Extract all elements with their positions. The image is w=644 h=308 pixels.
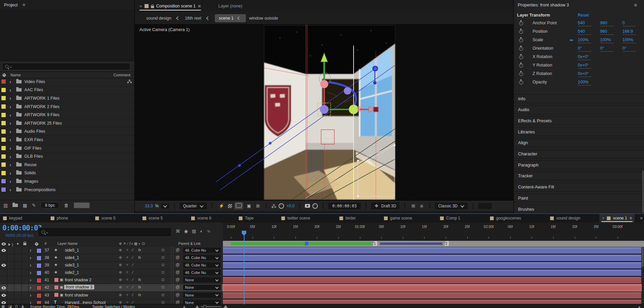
panel-section-libraries[interactable]: Libraries [514, 127, 644, 136]
3d-layer-switch-icon[interactable]: ⊡ [161, 263, 164, 267]
timeline-tab-label[interactable]: birder [345, 216, 356, 221]
close-icon[interactable]: × [602, 216, 604, 221]
layer-name[interactable]: front shadow 2 [65, 278, 92, 282]
label-chip[interactable] [1, 187, 6, 192]
project-item[interactable]: ›AAC Files [0, 86, 134, 95]
expand-chevron-icon[interactable]: › [9, 129, 15, 134]
label-column-icon[interactable] [33, 242, 40, 246]
lock-toggle[interactable] [21, 269, 29, 276]
stopwatch-icon[interactable] [519, 21, 523, 25]
solo-column-icon[interactable]: ● [14, 241, 21, 246]
property-value[interactable]: 0° [622, 46, 636, 52]
panel-section-tracker[interactable]: Tracker [514, 172, 644, 180]
stopwatch-icon[interactable] [519, 55, 523, 59]
breadcrumb-item-active[interactable]: scene 1 [215, 14, 246, 22]
switches-column-icons[interactable]: ⊕ ☀ ∕ ƒx ▦ ◐ ⊡ [119, 241, 145, 246]
timeline-search-input[interactable] [38, 227, 172, 237]
tab-composition-label[interactable]: Composition scene 1 [156, 4, 196, 8]
mask-visibility-icon[interactable] [234, 202, 243, 209]
solo-toggle[interactable] [14, 262, 22, 269]
audio-toggle[interactable] [7, 262, 15, 269]
color-swatch[interactable] [74, 202, 90, 208]
layer-track-row-37[interactable] [223, 247, 644, 254]
column-parent-link[interactable]: Parent & Link [178, 241, 201, 246]
project-item[interactable]: ›ARTWORK 25 Files [0, 119, 134, 128]
renderer-dropdown[interactable]: Classic 3D [435, 203, 468, 209]
work-area-keyframe[interactable] [305, 242, 308, 246]
column-layer-name[interactable]: Layer Name [57, 241, 78, 246]
expand-chevron-icon[interactable]: › [9, 95, 15, 101]
column-name[interactable]: Name [10, 73, 68, 77]
project-item[interactable]: ›Images [0, 177, 134, 186]
timeline-tab-Comp-1[interactable]: Comp 1 [440, 214, 460, 223]
audio-toggle[interactable] [7, 269, 15, 276]
expand-chevron-icon[interactable]: › [9, 87, 15, 93]
layer-row-40[interactable]: ›40★side2_1⊕☀∕⊡@48. Cube Nu [0, 269, 223, 277]
stopwatch-icon[interactable] [519, 72, 523, 76]
audio-toggle[interactable] [7, 284, 15, 291]
show-snapshot-icon[interactable] [312, 203, 318, 209]
property-value[interactable]: 0° [578, 46, 591, 52]
layer-row-41[interactable]: ›41▣front shadow 2⊕☀∕fx⊡@None [0, 277, 223, 284]
label-chip[interactable] [1, 87, 6, 93]
label-chip[interactable] [1, 154, 6, 159]
breadcrumb-item[interactable]: sound design [146, 16, 171, 21]
property-value[interactable]: 960 [600, 29, 614, 35]
zoom-slider-knob[interactable] [203, 305, 207, 308]
expand-chevron-icon[interactable]: › [30, 292, 31, 298]
guides-icon[interactable]: ⊞ [255, 203, 261, 208]
shy-layers-icon[interactable]: ◉ [184, 229, 188, 234]
timeline-tab-birder[interactable]: birder [339, 214, 356, 223]
parent-link-dropdown[interactable]: 48. Cube Nu [183, 248, 221, 253]
expand-chevron-icon[interactable]: › [9, 162, 15, 168]
3d-layer-switch-icon[interactable]: ⊡ [161, 278, 164, 282]
rasterize-switch-icon[interactable]: ☀ [126, 270, 129, 275]
project-item[interactable]: ›EXR Files [0, 136, 134, 144]
label-chip[interactable] [1, 112, 6, 118]
parent-link-dropdown[interactable]: 48. Cube Nu [183, 255, 221, 260]
expand-chevron-icon[interactable]: › [30, 262, 31, 268]
layer-duration-bar[interactable] [223, 284, 641, 291]
tab-overflow-icon[interactable]: » [640, 215, 643, 221]
reset-link[interactable]: Reset [578, 13, 589, 18]
project-item[interactable]: ›ARTWORK 9 Files [0, 111, 134, 119]
layer-name[interactable]: front shadow [65, 293, 88, 298]
panel-section-content-aware-fill[interactable]: Content-Aware Fill [514, 183, 644, 191]
breadcrumb-item[interactable]: window outside [249, 16, 278, 21]
property-value[interactable]: 100% [578, 80, 591, 85]
label-chip[interactable] [36, 271, 42, 276]
label-chip[interactable] [36, 248, 42, 253]
project-item[interactable]: ›GLB Files [0, 152, 134, 161]
zoom-in-icon[interactable] [223, 305, 228, 308]
solo-toggle[interactable] [14, 254, 22, 261]
layer-duration-bar[interactable] [223, 255, 641, 261]
tab-menu-icon[interactable]: ≡ [629, 216, 632, 221]
viewer-timecode[interactable]: 0:00:00:03 [328, 203, 361, 209]
label-chip[interactable] [1, 96, 6, 101]
timeline-tab-label[interactable]: scene 5 [149, 216, 163, 221]
parent-link-dropdown[interactable]: None [183, 285, 221, 290]
property-value[interactable]: 0x+0° [578, 63, 591, 69]
timeline-tab-label[interactable]: sound design [556, 216, 580, 221]
audio-column-icon[interactable]: ) [7, 242, 14, 247]
quality-switch-icon[interactable]: ∕ [132, 285, 133, 289]
3d-layer-switch-icon[interactable]: ⊡ [161, 293, 164, 297]
timeline-tab-twitter-scene[interactable]: twitter scene [281, 214, 310, 223]
label-chip[interactable] [1, 179, 6, 184]
3d-layer-switch-icon[interactable]: ⊡ [161, 248, 164, 252]
expand-chevron-icon[interactable]: › [9, 79, 15, 84]
effects-switch-icon[interactable]: fx [138, 293, 141, 297]
column-comment[interactable]: Comment [113, 73, 130, 77]
layer-row-43[interactable]: ›43▣front shadow⊕☀∕fx⊡@None [0, 292, 223, 299]
layer-track-row-40[interactable] [223, 269, 644, 277]
layer-name[interactable]: side2_1 [65, 270, 79, 275]
label-chip[interactable] [1, 79, 6, 84]
pick-whip-icon[interactable]: @ [176, 270, 180, 275]
panel-section-audio[interactable]: Audio [514, 105, 644, 114]
rasterize-switch-icon[interactable]: ☀ [126, 293, 129, 297]
label-chip[interactable] [1, 104, 6, 109]
panel-section-paragraph[interactable]: Paragraph [514, 160, 644, 169]
project-item[interactable]: ›Solids [0, 169, 134, 178]
collapse-switch-icon[interactable]: ⊕ [119, 293, 122, 297]
playhead-line[interactable] [244, 235, 244, 304]
